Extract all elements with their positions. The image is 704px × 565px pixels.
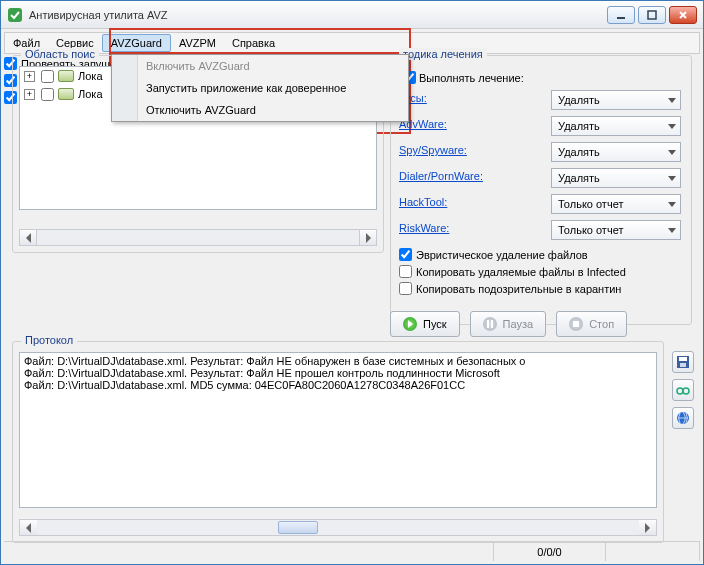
statusbar: 0/0/0 (4, 541, 700, 561)
maximize-button[interactable] (638, 6, 666, 24)
svg-point-6 (677, 388, 683, 394)
check-copy-quarantine[interactable] (399, 282, 412, 295)
dropdown-run-trusted[interactable]: Запустить приложение как доверенное (112, 77, 408, 99)
glasses-button[interactable] (672, 379, 694, 401)
scroll-track[interactable] (37, 230, 359, 245)
disk-icon (58, 70, 74, 82)
scroll-track[interactable] (37, 520, 639, 535)
drive-label-2: Лока (78, 88, 103, 100)
window-buttons (607, 6, 697, 24)
scroll-thumb[interactable] (278, 521, 318, 534)
search-area-label: Область поис (21, 48, 99, 60)
log-line-2: Файл: D:\VirtualDJ\database.xml. Результ… (24, 367, 652, 379)
link-spyware[interactable]: Spy/Spyware: (399, 144, 467, 156)
svg-rect-5 (680, 363, 686, 367)
drive-label-1: Лока (78, 70, 103, 82)
scroll-right-button[interactable] (359, 230, 376, 245)
combo-spyware[interactable]: Удалять (551, 142, 681, 162)
client-area: Область поис + Лока + Лока (4, 55, 700, 561)
link-dialer[interactable]: Dialer/PornWare: (399, 170, 483, 182)
protocol-scrollbar[interactable] (19, 519, 657, 536)
stop-icon (569, 317, 583, 331)
minimize-button[interactable] (607, 6, 635, 24)
pause-button[interactable]: Пауза (470, 311, 547, 337)
app-icon (7, 7, 23, 23)
avzguard-dropdown: Включить AVZGuard Запустить приложение к… (111, 54, 409, 122)
close-button[interactable] (669, 6, 697, 24)
combo-viruses[interactable]: Удалять (551, 90, 681, 110)
disk-icon (58, 88, 74, 100)
drive-checkbox-1[interactable] (41, 70, 54, 83)
link-hacktool[interactable]: HackTool: (399, 196, 447, 208)
menu-avzguard[interactable]: AVZGuard (102, 34, 171, 52)
titlebar: Антивирусная утилита AVZ (1, 1, 703, 29)
svg-point-7 (683, 388, 689, 394)
check-copy-infected-label: Копировать удаляемые файлы в Infected (416, 266, 626, 278)
link-riskware[interactable]: RiskWare: (399, 222, 449, 234)
check-copy-quarantine-label: Копировать подозрительные в карантин (416, 283, 621, 295)
treat-enable-label: Выполнять лечение: (419, 72, 524, 84)
pause-icon (483, 317, 497, 331)
svg-rect-4 (679, 357, 687, 361)
combo-riskware[interactable]: Только отчет (551, 220, 681, 240)
treatment-group: тодика лечения Выполнять лечение: русы: … (390, 55, 692, 325)
expand-icon[interactable]: + (24, 71, 35, 82)
globe-button[interactable] (672, 407, 694, 429)
check-heur-delete-label: Эвристическое удаление файлов (416, 249, 588, 261)
drive-checkbox-2[interactable] (41, 88, 54, 101)
svg-rect-0 (8, 8, 22, 22)
save-log-button[interactable] (672, 351, 694, 373)
stop-button[interactable]: Стоп (556, 311, 627, 337)
log-line-1: Файл: D:\VirtualDJ\database.xml. Результ… (24, 355, 652, 367)
check-copy-infected[interactable] (399, 265, 412, 278)
status-progress: 0/0/0 (494, 542, 606, 561)
combo-adware[interactable]: Удалять (551, 116, 681, 136)
scroll-right-button[interactable] (639, 520, 656, 535)
window-title: Антивирусная утилита AVZ (29, 9, 607, 21)
menubar: Файл Сервис AVZGuard AVZPM Справка (4, 32, 700, 54)
start-button[interactable]: Пуск (390, 311, 460, 337)
dropdown-enable-avzguard[interactable]: Включить AVZGuard (112, 55, 408, 77)
dropdown-disable-avzguard[interactable]: Отключить AVZGuard (112, 99, 408, 121)
combo-dialer[interactable]: Удалять (551, 168, 681, 188)
treatment-label: тодика лечения (399, 48, 487, 60)
status-cell-1 (4, 542, 494, 561)
play-icon (403, 317, 417, 331)
scroll-left-button[interactable] (20, 230, 37, 245)
status-cell-3 (606, 542, 700, 561)
app-window: Антивирусная утилита AVZ Файл Сервис AVZ… (0, 0, 704, 565)
side-toolbar (672, 351, 694, 429)
scroll-left-button[interactable] (20, 520, 37, 535)
log-line-3: Файл: D:\VirtualDJ\database.xml. MD5 сум… (24, 379, 652, 391)
svg-rect-2 (648, 11, 656, 19)
run-buttons: Пуск Пауза Стоп (390, 311, 627, 337)
expand-icon[interactable]: + (24, 89, 35, 100)
protocol-label: Протокол (21, 334, 77, 346)
combo-hacktool[interactable]: Только отчет (551, 194, 681, 214)
protocol-group: Протокол Файл: D:\VirtualDJ\database.xml… (12, 341, 664, 543)
menu-help[interactable]: Справка (224, 33, 283, 53)
check-heur-delete[interactable] (399, 248, 412, 261)
menu-avzpm[interactable]: AVZPM (171, 33, 224, 53)
protocol-text[interactable]: Файл: D:\VirtualDJ\database.xml. Результ… (19, 352, 657, 508)
tree-scrollbar[interactable] (19, 229, 377, 246)
